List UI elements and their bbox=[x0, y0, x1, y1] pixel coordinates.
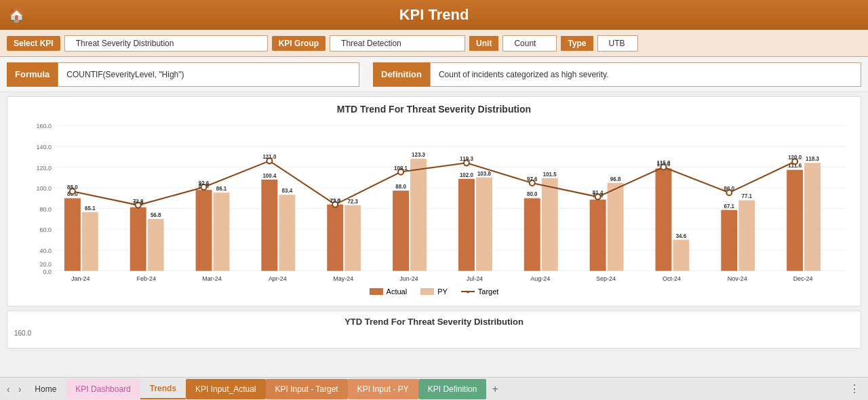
mtd-chart-container: MTD Trend For Threat Severity Distributi… bbox=[7, 96, 861, 306]
svg-text:Mar-24: Mar-24 bbox=[202, 275, 221, 282]
select-kpi-value[interactable]: Threat Severity Distribution bbox=[64, 35, 268, 52]
page-header: 🏠 KPI Trend bbox=[0, 0, 868, 30]
target-line bbox=[73, 161, 795, 205]
svg-text:Oct-24: Oct-24 bbox=[663, 275, 681, 282]
unit-value: Count bbox=[502, 35, 557, 52]
svg-text:121.0: 121.0 bbox=[262, 154, 276, 160]
tab-kpi-input-actual[interactable]: KPI Input_Actual bbox=[186, 379, 265, 399]
svg-text:83.4: 83.4 bbox=[282, 188, 293, 194]
tab-nav-left[interactable]: ‹ bbox=[3, 384, 14, 395]
chart-legend: Actual PY Target bbox=[14, 287, 854, 296]
svg-text:72.3: 72.3 bbox=[347, 198, 358, 204]
type-label: Type bbox=[561, 36, 593, 51]
svg-text:118.3: 118.3 bbox=[806, 156, 819, 162]
bar-actual-jun bbox=[393, 191, 409, 271]
svg-text:65.1: 65.1 bbox=[85, 205, 96, 212]
bar-py-may bbox=[344, 205, 361, 271]
kpi-bar: Select KPI Threat Severity Distribution … bbox=[0, 30, 868, 57]
svg-text:92.6: 92.6 bbox=[199, 180, 210, 186]
tab-bar: ‹ › Home KPI Dashboard Trends KPI Input_… bbox=[0, 377, 868, 400]
tab-add-button[interactable]: + bbox=[486, 383, 503, 395]
svg-text:72.8: 72.8 bbox=[133, 198, 144, 204]
mtd-chart-area: 160.0 140.0 120.0 100.0 80.0 60.0 40.0 2… bbox=[14, 119, 854, 285]
tab-home[interactable]: Home bbox=[25, 379, 66, 399]
svg-text:60.0: 60.0 bbox=[39, 226, 51, 233]
legend-py: PY bbox=[420, 287, 448, 296]
svg-text:100.4: 100.4 bbox=[262, 173, 276, 179]
bar-actual-jul bbox=[458, 179, 475, 271]
formula-label: Formula bbox=[7, 62, 58, 87]
svg-text:Dec-24: Dec-24 bbox=[793, 275, 813, 282]
kpi-group-value: Threat Detection bbox=[330, 35, 465, 52]
bar-py-dec bbox=[804, 163, 821, 271]
svg-text:109.1: 109.1 bbox=[394, 165, 408, 171]
mtd-chart-title: MTD Trend For Threat Severity Distributi… bbox=[14, 104, 854, 115]
tab-menu-button[interactable]: ⋮ bbox=[844, 382, 865, 395]
svg-text:20.0: 20.0 bbox=[39, 261, 51, 268]
svg-text:73.0: 73.0 bbox=[330, 197, 340, 203]
bar-actual-feb bbox=[130, 207, 146, 271]
bar-py-oct bbox=[673, 240, 689, 271]
svg-text:140.0: 140.0 bbox=[36, 144, 51, 151]
bar-py-jan bbox=[82, 212, 98, 271]
tab-kpi-input-py[interactable]: KPI Input - PY bbox=[348, 379, 418, 399]
svg-text:119.3: 119.3 bbox=[460, 156, 473, 162]
svg-text:160.0: 160.0 bbox=[36, 123, 51, 129]
svg-text:86.1: 86.1 bbox=[216, 186, 227, 192]
ytd-chart-title: YTD Trend For Threat Severity Distributi… bbox=[14, 317, 854, 327]
ytd-chart-container: YTD Trend For Threat Severity Distributi… bbox=[7, 311, 861, 348]
tab-nav-right[interactable]: › bbox=[14, 384, 26, 395]
tab-kpi-input-target[interactable]: KPI Input - Target bbox=[266, 379, 348, 399]
bar-py-nov bbox=[738, 200, 755, 271]
bar-actual-dec bbox=[787, 170, 803, 271]
tab-trends[interactable]: Trends bbox=[140, 379, 186, 399]
svg-text:34.6: 34.6 bbox=[676, 233, 687, 239]
svg-text:103.8: 103.8 bbox=[477, 171, 491, 177]
svg-text:80.0: 80.0 bbox=[527, 191, 538, 197]
svg-text:80.0: 80.0 bbox=[39, 206, 51, 213]
bar-actual-sep bbox=[590, 199, 606, 271]
svg-text:May-24: May-24 bbox=[333, 275, 353, 282]
definition-label: Definition bbox=[373, 62, 430, 87]
formula-bar: Formula COUNTIF(SeverityLevel, "High") D… bbox=[0, 57, 868, 92]
svg-text:Sep-24: Sep-24 bbox=[596, 275, 616, 282]
select-kpi-label: Select KPI bbox=[7, 36, 60, 51]
legend-target: Target bbox=[461, 287, 499, 296]
mtd-chart-svg: 160.0 140.0 120.0 100.0 80.0 60.0 40.0 2… bbox=[14, 119, 854, 285]
bar-actual-oct bbox=[655, 169, 671, 271]
svg-text:Jan-24: Jan-24 bbox=[71, 275, 90, 282]
type-value: UTB bbox=[597, 35, 638, 52]
svg-text:100.0: 100.0 bbox=[36, 185, 51, 192]
svg-text:Jun-24: Jun-24 bbox=[399, 275, 418, 282]
svg-text:Feb-24: Feb-24 bbox=[136, 275, 155, 282]
svg-text:102.0: 102.0 bbox=[460, 172, 473, 178]
svg-text:88.0: 88.0 bbox=[395, 184, 406, 190]
svg-text:67.1: 67.1 bbox=[724, 203, 735, 209]
bar-actual-mar bbox=[196, 190, 212, 271]
svg-text:Jul-24: Jul-24 bbox=[467, 275, 483, 282]
tab-kpi-dashboard[interactable]: KPI Dashboard bbox=[66, 379, 140, 399]
tab-kpi-definition[interactable]: KPI Definition bbox=[418, 379, 487, 399]
svg-text:Nov-24: Nov-24 bbox=[728, 275, 747, 282]
legend-actual: Actual bbox=[370, 287, 408, 296]
bar-py-feb bbox=[148, 219, 164, 271]
bar-py-apr bbox=[279, 195, 295, 271]
bar-py-mar bbox=[214, 193, 230, 271]
svg-text:115.0: 115.0 bbox=[656, 160, 670, 166]
legend-py-label: PY bbox=[437, 287, 448, 296]
bar-py-sep bbox=[608, 183, 624, 271]
formula-section: Formula COUNTIF(SeverityLevel, "High") bbox=[7, 62, 359, 86]
bar-actual-apr bbox=[261, 180, 277, 271]
svg-text:86.0: 86.0 bbox=[724, 186, 735, 192]
kpi-group-label: KPI Group bbox=[272, 36, 326, 51]
svg-text:96.8: 96.8 bbox=[610, 176, 621, 182]
svg-text:97.6: 97.6 bbox=[527, 176, 538, 182]
svg-text:120.0: 120.0 bbox=[788, 155, 802, 161]
svg-text:81.4: 81.4 bbox=[593, 190, 604, 196]
home-icon[interactable]: 🏠 bbox=[8, 7, 25, 23]
unit-label: Unit bbox=[469, 36, 498, 51]
definition-section: Definition Count of incidents categorize… bbox=[373, 62, 861, 86]
bar-py-jun bbox=[410, 159, 427, 271]
svg-text:77.1: 77.1 bbox=[741, 193, 752, 199]
bar-actual-may bbox=[327, 205, 343, 271]
